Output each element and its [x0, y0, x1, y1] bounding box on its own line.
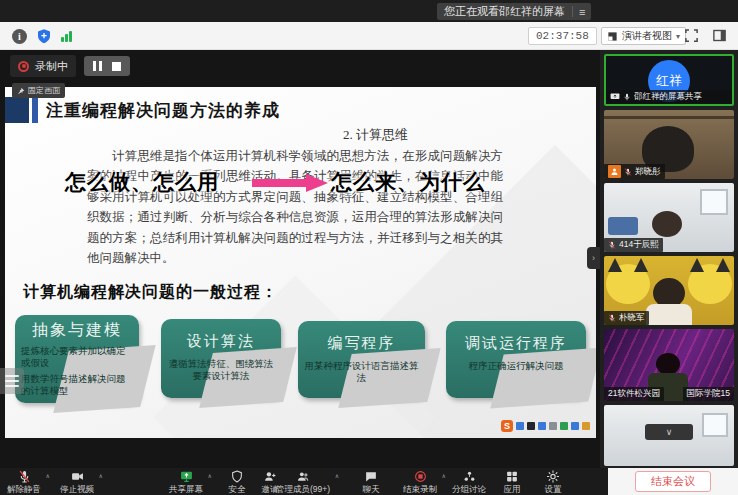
- submenu-caret[interactable]: ∧: [208, 472, 212, 479]
- pin-screen-button[interactable]: 固定画面: [12, 83, 65, 98]
- share-screen-label: 共享屏幕: [169, 484, 203, 495]
- participant-name: 邵红祥的屏幕共享: [634, 91, 702, 103]
- step-title: 设计算法: [167, 332, 275, 351]
- slide-paragraph: 计算思维是指个体运用计算机科学领域的思想方法，在形成问题解决方案的过程中产生的一…: [87, 146, 503, 268]
- screen-share-icon: [610, 93, 620, 101]
- scroll-more-participants-button[interactable]: ∨: [645, 424, 693, 440]
- manage-members-button[interactable]: ∧ 管理成员(99+): [276, 470, 330, 495]
- participants-sidebar: 红祥 邵红祥的屏幕共享: [600, 50, 738, 468]
- taskbar-icon: [571, 422, 579, 430]
- participant-tile-screen-share[interactable]: 红祥 邵红祥的屏幕共享: [604, 54, 734, 106]
- participant-tile[interactable]: 郑晓彤: [604, 110, 734, 179]
- step-title: 编写程序: [304, 334, 419, 353]
- chat-button[interactable]: 聊天: [363, 470, 380, 495]
- annotation-text-left: 怎么做、怎么用: [65, 168, 219, 196]
- banner-menu-icon[interactable]: ≡: [573, 6, 591, 18]
- video-placeholder: [604, 116, 734, 119]
- mic-muted-icon: [624, 168, 632, 176]
- stop-recording-button[interactable]: [112, 62, 121, 71]
- slide-title: 注重编程解决问题方法的养成: [46, 99, 280, 122]
- video-placeholder: [606, 264, 650, 304]
- shield-icon: [231, 470, 244, 483]
- members-icon: [297, 470, 310, 483]
- record-dot-icon: [18, 61, 29, 72]
- end-recording-button[interactable]: ∧ 结束录制: [403, 470, 437, 495]
- step-box-coding: 编写程序 用某种程序设计语言描述算法: [298, 321, 425, 398]
- step-box-debug-run: 调试运行程序 程序正确运行解决问题: [446, 321, 586, 398]
- pin-screen-label: 固定画面: [28, 85, 60, 96]
- meeting-toolbar: i 02:37:58 演讲者视图 ▾: [0, 22, 738, 50]
- title-accent-square: [5, 97, 29, 123]
- participant-tile[interactable]: 414于辰熙: [604, 183, 734, 252]
- submenu-caret[interactable]: ∧: [442, 472, 446, 479]
- submenu-caret[interactable]: ∧: [335, 472, 339, 479]
- title-accent-bar: [32, 97, 38, 123]
- breakout-rooms-button[interactable]: 分组讨论: [452, 470, 486, 495]
- shared-os-taskbar: S: [501, 420, 590, 432]
- breakout-icon: [463, 470, 476, 483]
- participant-name: 朴晓军: [619, 312, 645, 324]
- pause-recording-button[interactable]: [93, 61, 102, 71]
- share-screen-button[interactable]: ∧ 共享屏幕: [169, 470, 203, 495]
- meeting-info-icon[interactable]: i: [12, 29, 27, 44]
- participant-tile[interactable]: 朴晓军: [604, 256, 734, 325]
- watching-screen-banner[interactable]: 您正在观看邵红祥的屏幕 ≡: [437, 3, 591, 20]
- apps-grid-icon: [506, 470, 519, 483]
- side-panel-toggle-icon[interactable]: [712, 28, 727, 43]
- step-desc: 遵循算法特征、围绕算法要素设计算法: [167, 358, 275, 382]
- step-box-abstraction: 抽象与建模 提炼核心要素并加以确定或假设 用数学符号描述解决问题的计算模型: [15, 315, 139, 403]
- step-desc: 用某种程序设计语言描述算法: [304, 360, 419, 384]
- meeting-timer: 02:37:58: [528, 27, 597, 45]
- participant-name-secondary: 国际学院15: [683, 387, 734, 401]
- view-mode-selector[interactable]: 演讲者视图 ▾: [601, 27, 686, 45]
- security-shield-icon[interactable]: [36, 28, 52, 44]
- taskbar-icon: [549, 422, 557, 430]
- stop-video-label: 停止视频: [60, 484, 94, 495]
- participant-name: 414于辰熙: [619, 239, 659, 251]
- network-signal-icon[interactable]: [61, 30, 72, 42]
- security-label: 安全: [229, 484, 246, 495]
- watching-screen-text: 您正在观看邵红祥的屏幕: [437, 4, 572, 19]
- view-mode-label: 演讲者视图: [622, 29, 672, 43]
- slide-section-heading: 2. 计算思维: [343, 126, 408, 144]
- video-placeholder: [700, 189, 728, 215]
- annotation-arrow-icon: [252, 174, 328, 192]
- mic-muted-icon: [608, 241, 616, 249]
- submenu-caret[interactable]: ∧: [46, 472, 50, 479]
- stop-video-button[interactable]: ∧ 停止视频: [60, 470, 94, 495]
- security-button[interactable]: 安全: [229, 470, 246, 495]
- taskbar-icon: [527, 422, 535, 430]
- sidebar-collapse-handle[interactable]: ›: [587, 247, 600, 269]
- host-badge-icon: [608, 165, 621, 178]
- toolbar-left-icons: i: [12, 22, 72, 50]
- gear-icon: [547, 470, 560, 483]
- camera-icon: [71, 470, 84, 483]
- submenu-caret[interactable]: ∧: [99, 472, 103, 479]
- end-meeting-button[interactable]: 结束会议: [635, 471, 711, 492]
- apps-button[interactable]: 应用: [504, 470, 521, 495]
- view-dropdown-icon: ▾: [676, 32, 680, 41]
- unmute-button[interactable]: ∧ 解除静音: [7, 470, 41, 495]
- taskbar-icon: [582, 422, 590, 430]
- participant-tile[interactable]: 21软件松兴园 国际学院15: [604, 329, 734, 401]
- shared-screen-stage: 录制中 固定画面 注重编程解决问题方法的养成 2. 计算思维 计算思维是指: [0, 50, 600, 468]
- breakout-rooms-label: 分组讨论: [452, 484, 486, 495]
- settings-label: 设置: [545, 484, 562, 495]
- slide-title-row: 注重编程解决问题方法的养成: [5, 97, 280, 123]
- manage-members-label: 管理成员(99+): [276, 484, 330, 495]
- step-desc: 用数学符号描述解决问题的计算模型: [21, 373, 133, 397]
- annotation-toolbar-handle[interactable]: [0, 368, 24, 394]
- settings-button[interactable]: 设置: [545, 470, 562, 495]
- top-banner-row: 您正在观看邵红祥的屏幕 ≡: [0, 0, 738, 22]
- invite-person-icon: [264, 470, 277, 483]
- video-placeholder: [652, 211, 682, 237]
- participant-name: 郑晓彤: [635, 166, 661, 178]
- step-desc: 程序正确运行解决问题: [452, 360, 580, 372]
- chat-label: 聊天: [363, 484, 380, 495]
- mic-on-icon: [623, 93, 631, 101]
- annotation-text-right: 怎么来、为什么: [331, 168, 485, 196]
- fullscreen-icon[interactable]: [684, 28, 699, 43]
- taskbar-icon: [538, 422, 546, 430]
- mic-muted-icon: [18, 470, 31, 483]
- pushpin-icon: [17, 87, 25, 95]
